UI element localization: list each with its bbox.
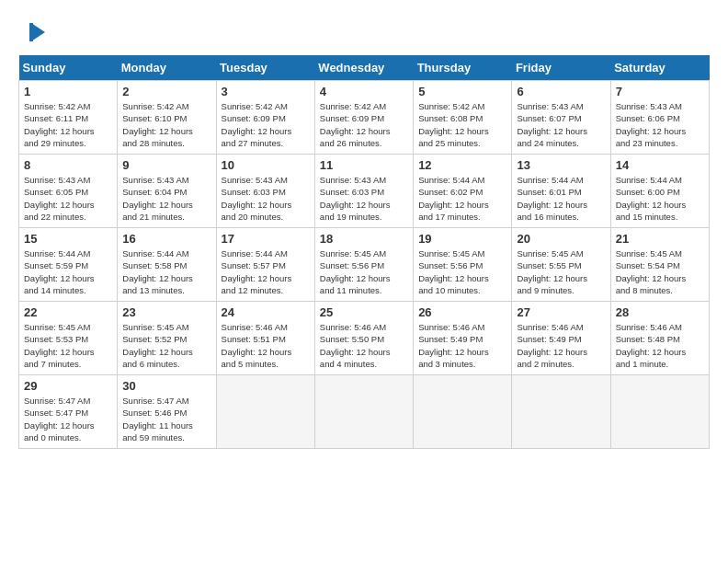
day-cell: 30Sunrise: 5:47 AM Sunset: 5:46 PM Dayli… [118, 375, 216, 449]
day-number: 19 [418, 232, 506, 246]
day-info: Sunrise: 5:46 AM Sunset: 5:49 PM Dayligh… [517, 321, 605, 370]
day-cell: 8Sunrise: 5:43 AM Sunset: 6:05 PM Daylig… [19, 155, 118, 228]
day-info: Sunrise: 5:44 AM Sunset: 5:59 PM Dayligh… [24, 247, 112, 296]
svg-marker-0 [31, 23, 45, 41]
day-number: 21 [616, 232, 704, 246]
day-info: Sunrise: 5:47 AM Sunset: 5:47 PM Dayligh… [24, 395, 112, 443]
col-friday: Friday [512, 55, 610, 81]
svg-rect-1 [29, 23, 33, 41]
day-cell: 13Sunrise: 5:44 AM Sunset: 6:01 PM Dayli… [512, 155, 610, 228]
week-row-5: 29Sunrise: 5:47 AM Sunset: 5:47 PM Dayli… [19, 375, 710, 449]
day-info: Sunrise: 5:44 AM Sunset: 6:02 PM Dayligh… [418, 174, 506, 223]
day-cell: 21Sunrise: 5:45 AM Sunset: 5:54 PM Dayli… [610, 228, 709, 302]
day-number: 8 [24, 158, 112, 172]
day-info: Sunrise: 5:44 AM Sunset: 5:57 PM Dayligh… [222, 247, 310, 296]
day-info: Sunrise: 5:42 AM Sunset: 6:09 PM Dayligh… [222, 100, 310, 149]
week-row-1: 1Sunrise: 5:42 AM Sunset: 6:11 PM Daylig… [19, 81, 710, 155]
logo [18, 18, 50, 46]
day-info: Sunrise: 5:46 AM Sunset: 5:49 PM Dayligh… [418, 321, 506, 370]
header-row: Sunday Monday Tuesday Wednesday Thursday… [19, 55, 710, 81]
page-header [18, 18, 710, 46]
day-cell: 16Sunrise: 5:44 AM Sunset: 5:58 PM Dayli… [118, 228, 216, 302]
day-number: 2 [122, 85, 210, 98]
day-number: 12 [418, 158, 506, 172]
day-cell: 2Sunrise: 5:42 AM Sunset: 6:10 PM Daylig… [118, 81, 216, 155]
col-saturday: Saturday [610, 55, 709, 81]
day-number: 13 [517, 158, 605, 172]
day-number: 28 [616, 305, 704, 319]
day-info: Sunrise: 5:46 AM Sunset: 5:50 PM Dayligh… [320, 321, 408, 370]
day-cell: 7Sunrise: 5:43 AM Sunset: 6:06 PM Daylig… [610, 81, 709, 155]
day-cell: 20Sunrise: 5:45 AM Sunset: 5:55 PM Dayli… [512, 228, 610, 302]
day-number: 24 [222, 305, 310, 319]
day-number: 4 [320, 85, 408, 98]
day-number: 18 [320, 232, 408, 246]
day-info: Sunrise: 5:43 AM Sunset: 6:06 PM Dayligh… [616, 100, 704, 149]
day-info: Sunrise: 5:42 AM Sunset: 6:10 PM Dayligh… [122, 100, 210, 149]
day-cell [314, 375, 413, 449]
week-row-3: 15Sunrise: 5:44 AM Sunset: 5:59 PM Dayli… [19, 228, 710, 302]
day-cell: 11Sunrise: 5:43 AM Sunset: 6:03 PM Dayli… [314, 155, 413, 228]
day-cell: 17Sunrise: 5:44 AM Sunset: 5:57 PM Dayli… [216, 228, 314, 302]
day-info: Sunrise: 5:45 AM Sunset: 5:56 PM Dayligh… [418, 247, 506, 296]
calendar-table: Sunday Monday Tuesday Wednesday Thursday… [18, 55, 710, 449]
day-number: 25 [320, 305, 408, 319]
day-info: Sunrise: 5:46 AM Sunset: 5:48 PM Dayligh… [616, 321, 704, 370]
day-cell: 23Sunrise: 5:45 AM Sunset: 5:52 PM Dayli… [118, 302, 216, 375]
day-cell: 26Sunrise: 5:46 AM Sunset: 5:49 PM Dayli… [414, 302, 512, 375]
day-info: Sunrise: 5:45 AM Sunset: 5:56 PM Dayligh… [320, 247, 408, 296]
day-info: Sunrise: 5:43 AM Sunset: 6:03 PM Dayligh… [222, 174, 310, 223]
day-number: 23 [122, 305, 210, 319]
day-info: Sunrise: 5:42 AM Sunset: 6:08 PM Dayligh… [418, 100, 506, 149]
day-number: 26 [418, 305, 506, 319]
day-number: 20 [517, 232, 605, 246]
day-cell: 3Sunrise: 5:42 AM Sunset: 6:09 PM Daylig… [216, 81, 314, 155]
day-info: Sunrise: 5:43 AM Sunset: 6:05 PM Dayligh… [24, 174, 112, 223]
day-number: 3 [222, 85, 310, 98]
day-number: 17 [222, 232, 310, 246]
day-cell: 15Sunrise: 5:44 AM Sunset: 5:59 PM Dayli… [19, 228, 118, 302]
day-info: Sunrise: 5:45 AM Sunset: 5:53 PM Dayligh… [24, 321, 112, 370]
day-info: Sunrise: 5:43 AM Sunset: 6:07 PM Dayligh… [517, 100, 605, 149]
day-info: Sunrise: 5:45 AM Sunset: 5:54 PM Dayligh… [616, 247, 704, 296]
day-number: 9 [122, 158, 210, 172]
day-info: Sunrise: 5:42 AM Sunset: 6:11 PM Dayligh… [24, 100, 112, 149]
logo-icon [22, 18, 50, 46]
day-cell: 25Sunrise: 5:46 AM Sunset: 5:50 PM Dayli… [314, 302, 413, 375]
day-number: 30 [122, 379, 210, 393]
col-wednesday: Wednesday [314, 55, 413, 81]
day-cell: 4Sunrise: 5:42 AM Sunset: 6:09 PM Daylig… [314, 81, 413, 155]
day-info: Sunrise: 5:42 AM Sunset: 6:09 PM Dayligh… [320, 100, 408, 149]
day-cell [414, 375, 512, 449]
day-cell [216, 375, 314, 449]
day-cell: 29Sunrise: 5:47 AM Sunset: 5:47 PM Dayli… [19, 375, 118, 449]
day-cell: 28Sunrise: 5:46 AM Sunset: 5:48 PM Dayli… [610, 302, 709, 375]
col-sunday: Sunday [19, 55, 118, 81]
week-row-2: 8Sunrise: 5:43 AM Sunset: 6:05 PM Daylig… [19, 155, 710, 228]
day-cell: 18Sunrise: 5:45 AM Sunset: 5:56 PM Dayli… [314, 228, 413, 302]
day-info: Sunrise: 5:45 AM Sunset: 5:55 PM Dayligh… [517, 247, 605, 296]
col-monday: Monday [118, 55, 216, 81]
week-row-4: 22Sunrise: 5:45 AM Sunset: 5:53 PM Dayli… [19, 302, 710, 375]
day-number: 27 [517, 305, 605, 319]
day-cell: 27Sunrise: 5:46 AM Sunset: 5:49 PM Dayli… [512, 302, 610, 375]
day-number: 7 [616, 85, 704, 98]
day-number: 11 [320, 158, 408, 172]
day-number: 6 [517, 85, 605, 98]
day-cell: 22Sunrise: 5:45 AM Sunset: 5:53 PM Dayli… [19, 302, 118, 375]
day-cell: 12Sunrise: 5:44 AM Sunset: 6:02 PM Dayli… [414, 155, 512, 228]
day-number: 15 [24, 232, 112, 246]
day-number: 5 [418, 85, 506, 98]
day-info: Sunrise: 5:43 AM Sunset: 6:04 PM Dayligh… [122, 174, 210, 223]
day-number: 22 [24, 305, 112, 319]
day-cell: 10Sunrise: 5:43 AM Sunset: 6:03 PM Dayli… [216, 155, 314, 228]
col-tuesday: Tuesday [216, 55, 314, 81]
day-cell [610, 375, 709, 449]
day-info: Sunrise: 5:44 AM Sunset: 5:58 PM Dayligh… [122, 247, 210, 296]
col-thursday: Thursday [414, 55, 512, 81]
day-number: 16 [122, 232, 210, 246]
day-info: Sunrise: 5:43 AM Sunset: 6:03 PM Dayligh… [320, 174, 408, 223]
day-info: Sunrise: 5:44 AM Sunset: 6:00 PM Dayligh… [616, 174, 704, 223]
day-cell: 24Sunrise: 5:46 AM Sunset: 5:51 PM Dayli… [216, 302, 314, 375]
day-number: 29 [24, 379, 112, 393]
